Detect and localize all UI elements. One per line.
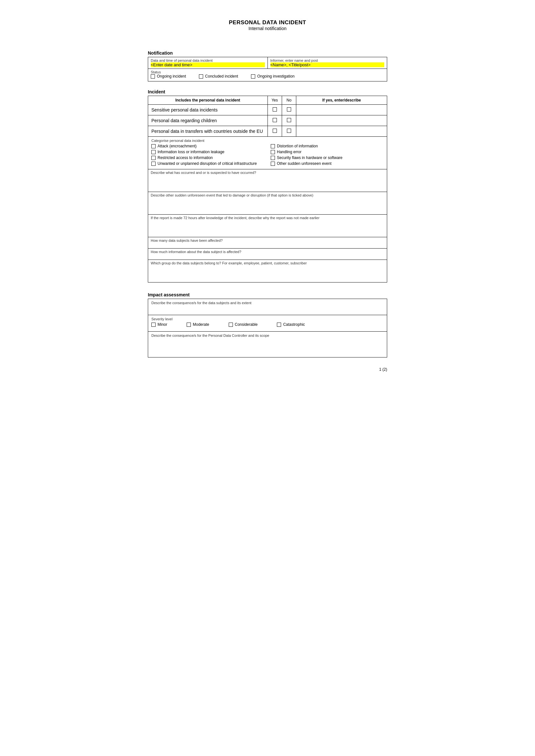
cat-info-loss[interactable]: Information loss or information leakage <box>152 149 264 154</box>
row3-yes-checkbox[interactable] <box>273 129 277 133</box>
col-header-no: No <box>282 96 296 105</box>
group-label: Which group do the data subjects belong … <box>151 261 384 265</box>
checkbox-catastrophic[interactable] <box>277 323 281 327</box>
describe-72h-label: If the report is made 72 hours after kno… <box>151 216 384 220</box>
checkbox-unwanted[interactable] <box>152 162 155 166</box>
row1-label: Sensitive personal data incidents <box>148 105 268 115</box>
cat-attack[interactable]: Attack (encroachment) <box>152 144 264 148</box>
group-cell[interactable]: Which group do the data subjects belong … <box>148 260 387 283</box>
row1-yes-checkbox[interactable] <box>273 107 277 112</box>
categorise-label: Categorise personal data incident <box>152 139 383 143</box>
impact-table: Describe the consequence/s for the data … <box>148 299 387 358</box>
informer-label: Informer, enter name and post <box>270 59 384 62</box>
checkbox-security[interactable] <box>271 156 275 160</box>
informer-value[interactable]: <Name>, <Title/post> <box>270 62 384 67</box>
severity-row: Severity level Minor Moderate Considerab… <box>148 315 387 332</box>
table-row: Personal data in transfers with countrie… <box>148 126 387 137</box>
checkbox-considerable[interactable] <box>229 323 233 327</box>
cat-other[interactable]: Other sudden unforeseen event <box>271 161 383 166</box>
status-investigation-label: Ongoing investigation <box>257 74 294 79</box>
date-value[interactable]: <Enter date and time> <box>151 62 265 67</box>
checkbox-attack[interactable] <box>152 144 155 148</box>
cat-distortion[interactable]: Distortion of information <box>271 144 383 148</box>
checkbox-minor[interactable] <box>152 323 155 327</box>
severity-moderate-label: Moderate <box>193 322 209 327</box>
row1-describe[interactable] <box>296 105 387 115</box>
severity-considerable-label: Considerable <box>235 322 258 327</box>
describe-unforeseen-cell[interactable]: Describe other sudden unforeseen event t… <box>148 192 387 215</box>
status-investigation[interactable]: Ongoing investigation <box>251 74 294 79</box>
checkbox-moderate[interactable] <box>187 323 191 327</box>
row1-no-cell[interactable] <box>282 105 296 115</box>
cat-info-loss-label: Information loss or information leakage <box>157 149 224 154</box>
table-row: Personal data regarding children <box>148 115 387 126</box>
row2-label: Personal data regarding children <box>148 115 268 126</box>
describe-unforeseen-row: Describe other sudden unforeseen event t… <box>148 192 387 215</box>
describe-occurred-cell[interactable]: Describe what has occurred and or is sus… <box>148 169 387 192</box>
row2-describe[interactable] <box>296 115 387 126</box>
cat-restricted-label: Restricted access to information <box>157 155 213 160</box>
consequence-label: Describe the consequence/s for the data … <box>152 301 383 305</box>
checkbox-ongoing-investigation[interactable] <box>251 74 255 79</box>
severity-label: Severity level <box>152 317 383 321</box>
date-label: Data and time of personal data incident <box>151 59 265 62</box>
checkbox-ongoing-incident[interactable] <box>151 74 155 79</box>
affected-count-cell[interactable]: How many data subjects have been affecte… <box>148 237 387 249</box>
row2-yes-checkbox[interactable] <box>273 118 277 122</box>
cat-unwanted[interactable]: Unwanted or unplanned disruption of crit… <box>152 161 264 166</box>
row3-no-checkbox[interactable] <box>287 129 291 133</box>
checkbox-handling[interactable] <box>271 150 275 154</box>
notification-section-title: Notification <box>148 50 387 56</box>
severity-moderate[interactable]: Moderate <box>187 322 209 327</box>
severity-minor[interactable]: Minor <box>152 322 167 327</box>
row2-yes-cell[interactable] <box>268 115 282 126</box>
status-concluded[interactable]: Concluded incident <box>199 74 238 79</box>
affected-info-cell[interactable]: How much information about the data subj… <box>148 249 387 260</box>
status-concluded-label: Concluded incident <box>205 74 238 79</box>
page-subtitle: Internal notification <box>148 26 387 31</box>
categorise-row: Categorise personal data incident Attack… <box>148 137 387 169</box>
cat-handling-label: Handling error <box>277 149 301 154</box>
incident-table: Includes the personal data incident Yes … <box>148 96 387 283</box>
checkbox-other[interactable] <box>271 162 275 166</box>
cat-other-label: Other sudden unforeseen event <box>277 161 331 166</box>
cat-security-label: Security flaws in hardware or software <box>277 155 343 160</box>
status-checks: Ongoing incident Concluded incident Ongo… <box>151 74 384 80</box>
group-row: Which group do the data subjects belong … <box>148 260 387 283</box>
cat-unwanted-label: Unwanted or unplanned disruption of crit… <box>157 161 257 166</box>
cat-security[interactable]: Security flaws in hardware or software <box>271 155 383 160</box>
describe-72h-row: If the report is made 72 hours after kno… <box>148 215 387 237</box>
row3-yes-cell[interactable] <box>268 126 282 137</box>
row2-no-checkbox[interactable] <box>287 118 291 122</box>
status-ongoing[interactable]: Ongoing incident <box>151 74 186 79</box>
page-number: 1 (2) <box>148 367 387 372</box>
cat-handling[interactable]: Handling error <box>271 149 383 154</box>
describe-occurred-row: Describe what has occurred and or is sus… <box>148 169 387 192</box>
checkbox-distortion[interactable] <box>271 144 275 148</box>
col-header-yes: Yes <box>268 96 282 105</box>
controller-consequence-row: Describe the consequence/s for the Perso… <box>148 332 387 358</box>
row2-no-cell[interactable] <box>282 115 296 126</box>
affected-info-label: How much information about the data subj… <box>151 250 384 254</box>
page-header: PERSONAL DATA INCIDENT Internal notifica… <box>148 19 387 31</box>
consequence-row: Describe the consequence/s for the data … <box>148 299 387 315</box>
checkbox-concluded-incident[interactable] <box>199 74 203 79</box>
consequence-cell[interactable]: Describe the consequence/s for the data … <box>148 299 387 315</box>
controller-consequence-cell[interactable]: Describe the consequence/s for the Perso… <box>148 332 387 358</box>
cat-restricted[interactable]: Restricted access to information <box>152 155 264 160</box>
checkbox-info-loss[interactable] <box>152 150 155 154</box>
status-label: Status <box>151 70 384 74</box>
describe-72h-cell[interactable]: If the report is made 72 hours after kno… <box>148 215 387 237</box>
row3-no-cell[interactable] <box>282 126 296 137</box>
row1-no-checkbox[interactable] <box>287 107 291 112</box>
describe-unforeseen-label: Describe other sudden unforeseen event t… <box>151 193 384 197</box>
row3-label: Personal data in transfers with countrie… <box>148 126 268 137</box>
checkbox-restricted[interactable] <box>152 156 155 160</box>
severity-considerable[interactable]: Considerable <box>229 322 258 327</box>
row1-yes-cell[interactable] <box>268 105 282 115</box>
controller-consequence-label: Describe the consequence/s for the Perso… <box>152 334 383 338</box>
severity-catastrophic[interactable]: Catastrophic <box>277 322 305 327</box>
col-header-includes: Includes the personal data incident <box>148 96 268 105</box>
row3-describe[interactable] <box>296 126 387 137</box>
affected-count-row: How many data subjects have been affecte… <box>148 237 387 249</box>
